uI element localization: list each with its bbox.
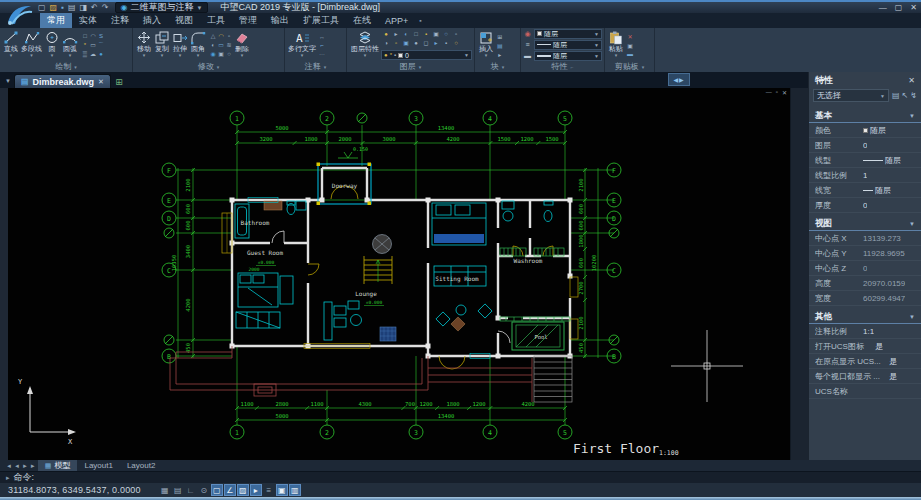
tab-app-plus[interactable]: APP+ (378, 13, 415, 28)
svg-text:D: D (167, 215, 171, 223)
line-tool[interactable]: 直线▾ (2, 29, 20, 61)
document-tab-dimbreak[interactable]: ▤ Dimbreak.dwg ✕ (14, 74, 111, 88)
polyline-icon (24, 30, 40, 45)
layer-select-dropdown[interactable]: ● * ▪ 0 ▼ (381, 50, 472, 60)
doc-close-icon[interactable]: ✕ (782, 89, 787, 96)
svg-text:1800: 1800 (446, 401, 459, 407)
selection-dropdown[interactable]: 无选择 ▼ (813, 89, 889, 102)
tab-express[interactable]: 扩展工具 (296, 13, 346, 28)
ortho-toggle-icon[interactable]: ∟ (185, 484, 197, 496)
doc-restore-icon[interactable]: ▫ (776, 89, 778, 96)
tab-close-icon[interactable]: ✕ (98, 78, 104, 86)
clipboard-extra-tools[interactable]: ✕▣▬ (627, 29, 633, 61)
next-layout-icon[interactable]: ► (22, 463, 28, 469)
group-label-block[interactable]: 块▾ (475, 61, 520, 72)
app-logo[interactable] (4, 1, 36, 27)
paste-tool[interactable]: 粘贴▾ (607, 29, 625, 61)
linetype-dropdown[interactable]: 随层▼ (534, 40, 602, 50)
circle-tool[interactable]: 圆▾ (43, 29, 61, 61)
select-objects-icon[interactable]: ↖ (902, 91, 909, 100)
layer-quick-icons[interactable]: ●▸◐□▪▣○▫ ◑▫▣●◻▸▪○ (381, 30, 472, 48)
insert-block-tool[interactable]: 插入▾ (477, 29, 495, 61)
maximize-button[interactable]: ▢ (895, 3, 903, 12)
redo-icon[interactable]: ↷ (102, 3, 109, 12)
layout-tab-model[interactable]: ▦模型 (38, 460, 78, 471)
cycle-toggle-icon[interactable]: ▣ (276, 484, 288, 496)
tab-online[interactable]: 在线 (346, 13, 378, 28)
close-button[interactable]: ✕ (910, 3, 917, 12)
svg-text:3: 3 (414, 429, 418, 437)
last-layout-icon[interactable]: ► (30, 463, 36, 469)
draw-extra-tools[interactable]: □◠S *▭⌒ ▒☁● (81, 29, 105, 61)
undo-icon[interactable]: ↶ (91, 3, 98, 12)
tab-insert[interactable]: 插入 (136, 13, 168, 28)
first-layout-icon[interactable]: ◄ (6, 463, 12, 469)
prop-row-center-z: 中心点 Z0 (809, 261, 921, 276)
plot-icon[interactable]: ▤ (68, 3, 76, 12)
arc-tool[interactable]: 圆弧▾ (61, 29, 79, 61)
new-drawing-tab-icon[interactable]: ⊞ (111, 75, 127, 88)
group-label-layers[interactable]: 图层▾ (347, 61, 474, 72)
grid-toggle-icon[interactable]: ▦ (159, 484, 171, 496)
quick-select-icon[interactable]: ▤ (892, 91, 900, 100)
group-label-modify[interactable]: 修改▾ (133, 61, 284, 72)
toggle-pickadd-icon[interactable]: ↯ (910, 91, 917, 100)
new-file-icon[interactable]: ▢ (38, 3, 46, 12)
save-icon[interactable]: ▪ (61, 3, 64, 12)
section-other[interactable]: 其他▼ (809, 311, 921, 324)
tab-output[interactable]: 输出 (264, 13, 296, 28)
cursor-toggle-icon[interactable]: ▸ (250, 484, 262, 496)
color-dropdown[interactable]: 随层▼ (534, 29, 602, 39)
tab-annotate[interactable]: 注释 (104, 13, 136, 28)
osnap-toggle-icon[interactable]: ▢ (211, 484, 223, 496)
svg-text:2800: 2800 (275, 401, 288, 407)
fillet-tool[interactable]: 圆角▾ (189, 29, 207, 61)
stretch-tool[interactable]: 拉伸▾ (171, 29, 189, 61)
block-extra-tools[interactable]: ⊞▤▸ (497, 29, 503, 61)
lineweight-dropdown[interactable]: 随层▼ (534, 51, 602, 61)
layout-tab-1[interactable]: Layout1 (77, 460, 119, 471)
erase-tool[interactable]: 删除▾ (233, 29, 251, 61)
annotate-extra-tools[interactable]: ↔⌐… (319, 29, 325, 61)
prev-layout-icon[interactable]: ◄ (14, 463, 20, 469)
tab-tools[interactable]: 工具 (200, 13, 232, 28)
lineweight-toggle-icon[interactable]: ≡ (263, 484, 275, 496)
group-label-draw[interactable]: 绘制▾ (0, 61, 132, 72)
ribbon-toggle-icon[interactable]: ▪ (419, 13, 421, 28)
svg-text:F: F (167, 167, 171, 175)
otrack-toggle-icon[interactable]: ∠ (224, 484, 236, 496)
floor-plan-svg[interactable]: 12345 12345 FEDCB FEDCB 5000 13400 32001… (8, 88, 790, 460)
chevron-down-icon: ▾ (10, 53, 13, 57)
drawing-canvas[interactable]: — ▫ ✕ (8, 88, 790, 460)
open-folder-icon[interactable]: ▨ (50, 3, 58, 12)
tab-view[interactable]: 视图 (168, 13, 200, 28)
panel-collapse-arrows-icon[interactable]: ◀▶ (668, 73, 690, 86)
move-tool[interactable]: 移动▾ (135, 29, 153, 61)
preview-icon[interactable]: ◨ (80, 3, 88, 12)
svg-text:E: E (612, 197, 616, 205)
dyn-toggle-icon[interactable]: ▨ (237, 484, 249, 496)
modify-extra-tools[interactable]: △◠▫ ◐▭≋ ◉▣○ (209, 29, 233, 61)
group-label-annotate[interactable]: 注释▾ (285, 61, 346, 72)
tab-home[interactable]: 常用 (40, 13, 72, 28)
polar-toggle-icon[interactable]: ⊙ (198, 484, 210, 496)
section-basic[interactable]: 基本▼ (809, 110, 921, 123)
command-line[interactable]: ▸ 命令: (0, 471, 921, 483)
tab-solid[interactable]: 实体 (72, 13, 104, 28)
doc-minimize-icon[interactable]: — (766, 89, 772, 96)
mtext-tool[interactable]: A 多行文字▾ (287, 29, 317, 61)
section-view[interactable]: 视图▼ (809, 218, 921, 231)
workspace-switcher[interactable]: ◉ 二维草图与注释 ▼ (115, 2, 209, 13)
minimize-button[interactable]: — (879, 3, 887, 12)
copy-tool[interactable]: 复制▾ (153, 29, 171, 61)
layout-tab-2[interactable]: Layout2 (120, 460, 162, 471)
layer-properties-tool[interactable]: 图层特性▾ (349, 29, 381, 61)
polyline-tool[interactable]: 多段线▾ (20, 29, 43, 61)
ducs-toggle-icon[interactable]: ▥ (289, 484, 301, 496)
group-label-clipboard[interactable]: 剪贴板▾ (605, 61, 654, 72)
tab-manage[interactable]: 管理 (232, 13, 264, 28)
tab-list-chevron-icon[interactable]: ▼ (2, 74, 14, 88)
palette-close-icon[interactable]: ✕ (908, 76, 915, 85)
group-label-properties[interactable]: 特性⌐ (521, 61, 604, 72)
snap-toggle-icon[interactable]: ▤ (172, 484, 184, 496)
